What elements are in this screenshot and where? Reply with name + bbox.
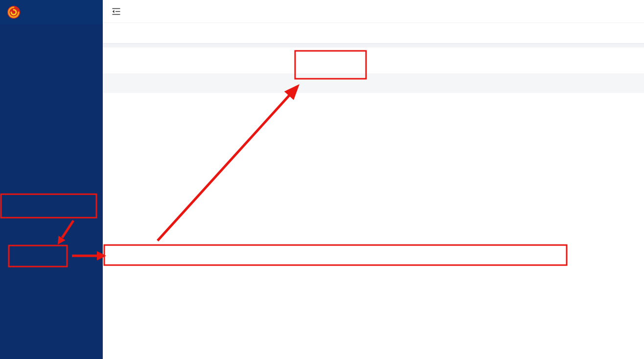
table-header (103, 73, 644, 93)
sidebar-bottom-block (0, 24, 103, 359)
sidebar (0, 0, 103, 359)
role-table (103, 73, 644, 93)
menu-fold-icon[interactable] (112, 7, 121, 16)
logo-icon (7, 5, 21, 19)
main-area (103, 0, 644, 359)
sidebar-menu (0, 24, 103, 359)
logo (0, 0, 103, 24)
content-gap (103, 44, 644, 47)
top-navbar (103, 0, 644, 23)
app-window (0, 0, 644, 359)
tab-strip (103, 23, 644, 44)
content-panel (103, 47, 644, 359)
